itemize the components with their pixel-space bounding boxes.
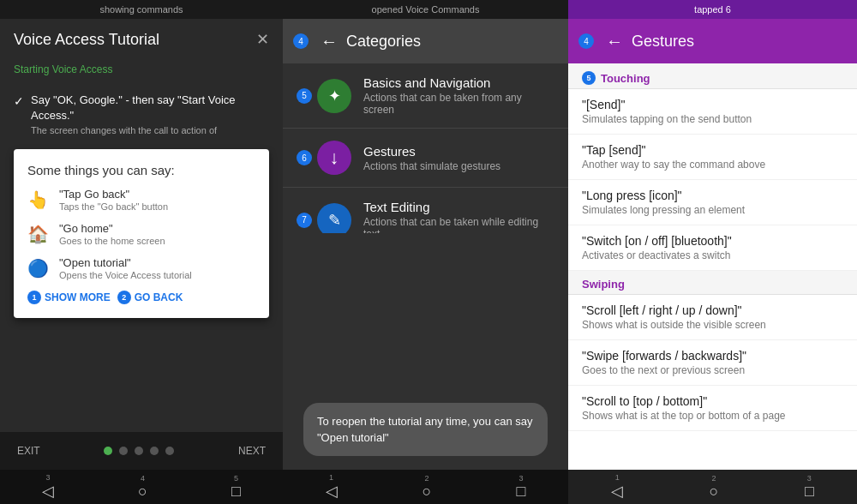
command-title-switch: "Switch [on / off] [bluetooth]" (582, 234, 843, 248)
category-gestures[interactable]: 6 ↓ Gestures Actions that simulate gestu… (283, 129, 568, 188)
basics-name: Basics and Navigation (363, 75, 554, 90)
step-5-badge: 5 (297, 88, 312, 104)
panel-categories: opened Voice Commands 4 ← Categories 5 ✦… (283, 0, 568, 504)
tutorial-header: Voice Access Tutorial ✕ (0, 19, 283, 60)
show-more-button[interactable]: 1 SHOW MORE (27, 291, 111, 304)
check-desc-1: The screen changes with the call to acti… (31, 125, 269, 135)
nav-bar-3: 1 ◁ 2 ○ 3 □ (568, 470, 857, 504)
basics-info: Basics and Navigation Actions that can b… (363, 75, 554, 116)
command-title-tap-send: "Tap [send]" (582, 143, 843, 157)
tutorial-icon: 🔵 (27, 258, 49, 279)
nav-back-2[interactable]: 1 ◁ (326, 473, 338, 501)
card-item-desc-2: Goes to the home screen (59, 236, 165, 246)
gestures-icon-wrap: ↓ (317, 141, 351, 175)
nav-recents-3[interactable]: 3 □ (805, 474, 814, 501)
category-basics[interactable]: 5 ✦ Basics and Navigation Actions that c… (283, 63, 568, 129)
command-desc-swipe: Goes to the next or previous screen (582, 364, 843, 376)
check-row-1: ✓ Say "OK, Google." - then say "Start Vo… (14, 93, 269, 135)
go-back-button[interactable]: 2 GO BACK (117, 291, 183, 304)
status-bar-3: tapped 6 (568, 0, 857, 19)
card-item-2: 🏠 "Go home" Goes to the home screen (27, 222, 255, 246)
tap-icon: 👆 (27, 189, 49, 210)
tutorial-title: Voice Access Tutorial (14, 31, 159, 49)
go-back-badge: 2 (117, 291, 131, 304)
card-item-label-2: "Go home" (59, 222, 165, 235)
tutorial-content: ✓ Say "OK, Google." - then say "Start Vo… (0, 82, 283, 432)
command-title-send: "[Send]" (582, 98, 843, 111)
recents-icon-2: □ (517, 483, 526, 501)
step-5-badge-p3: 5 (582, 71, 596, 85)
progress-dots (104, 447, 174, 455)
category-text-editing[interactable]: 7 ✎ Text Editing Actions that can be tak… (283, 188, 568, 233)
next-button[interactable]: NEXT (238, 445, 266, 457)
nav-home-3[interactable]: 2 ○ (710, 474, 719, 501)
nav-bar-1: 3 ◁ 4 ○ 5 □ (0, 470, 283, 504)
dot-2 (119, 447, 128, 455)
gestures-info: Gestures Actions that simulate gestures (363, 144, 500, 172)
exit-button[interactable]: EXIT (17, 445, 40, 457)
close-button[interactable]: ✕ (256, 30, 269, 49)
suggestions-card: Some things you can say: 👆 "Tap Go back"… (14, 149, 269, 318)
command-title-long-press: "Long press [icon]" (582, 189, 843, 202)
nav-back-1[interactable]: 3 ◁ (42, 473, 54, 501)
go-back-label: GO BACK (135, 291, 183, 303)
step-badge-header-2: 4 (293, 33, 309, 49)
panel-gestures: tapped 6 4 ← Gestures 5 Touching "[Send]… (568, 0, 857, 504)
gestures-desc: Actions that simulate gestures (363, 160, 500, 172)
nav-recents-1[interactable]: 5 □ (231, 474, 241, 501)
command-desc-tap-send: Another way to say the command above (582, 159, 843, 171)
command-send: "[Send]" Simulates tapping on the send b… (568, 89, 857, 135)
gestures-title: Gestures (632, 33, 694, 51)
gestures-header: 4 ← Gestures (568, 19, 857, 63)
home-nav-icon-3: ○ (710, 483, 719, 501)
nav-back-3[interactable]: 1 ◁ (611, 473, 623, 501)
chat-text-2: To reopen the tutorial any time, you can… (317, 415, 532, 444)
tutorial-subtitle: Starting Voice Access (0, 60, 283, 82)
spacer-2 (283, 233, 568, 403)
card-item-3: 🔵 "Open tutorial" Opens the Voice Access… (27, 256, 255, 280)
status-text-1: showing commands (99, 4, 183, 15)
card-item-desc-3: Opens the Voice Access tutorial (59, 270, 192, 280)
show-more-badge: 1 (27, 291, 41, 304)
status-text-3: tapped 6 (694, 4, 731, 15)
command-title-scroll-to: "Scroll to [top / bottom]" (582, 394, 843, 408)
back-arrow-2[interactable]: ← (321, 32, 338, 51)
basics-desc: Actions that can be taken from any scree… (363, 92, 554, 116)
basics-icon: ✦ (328, 87, 341, 105)
basics-icon-wrap: ✦ (317, 79, 351, 113)
categories-list: 5 ✦ Basics and Navigation Actions that c… (283, 63, 568, 233)
tutorial-bottom-bar: EXIT NEXT (0, 432, 283, 470)
command-desc-send: Simulates tapping on the send button (582, 113, 843, 125)
recents-icon-1: □ (231, 483, 241, 501)
check-icon-1: ✓ (14, 94, 24, 108)
show-more-label: SHOW MORE (45, 291, 111, 303)
command-desc-switch: Activates or deactivates a switch (582, 249, 843, 261)
section-touching: 5 Touching (568, 63, 857, 89)
touching-header-text: Touching (601, 72, 650, 85)
chat-bubble-2: To reopen the tutorial any time, you can… (303, 403, 548, 456)
home-nav-icon-2: ○ (423, 483, 432, 501)
dot-3 (135, 447, 143, 455)
command-title-scroll: "Scroll [left / right / up / down]" (582, 303, 843, 317)
dot-5 (165, 447, 174, 455)
categories-title: Categories (346, 33, 421, 51)
categories-header: 4 ← Categories (283, 19, 568, 63)
text-icon-wrap: ✎ (317, 203, 351, 233)
nav-recents-2[interactable]: 3 □ (517, 474, 526, 501)
nav-home-2[interactable]: 2 ○ (423, 474, 432, 501)
back-icon-3: ◁ (611, 482, 623, 501)
gestures-icon: ↓ (330, 147, 339, 169)
card-item-label-1: "Tap Go back" (59, 188, 168, 201)
back-arrow-3[interactable]: ← (606, 32, 623, 51)
command-desc-scroll-to: Shows what is at the top or bottom of a … (582, 410, 843, 422)
step-6-badge: 6 (297, 150, 312, 165)
command-scroll-to: "Scroll to [top / bottom]" Shows what is… (568, 386, 857, 431)
dot-4 (150, 447, 159, 455)
command-swipe: "Swipe [forwards / backwards]" Goes to t… (568, 340, 857, 386)
card-item-desc-1: Taps the "Go back" button (59, 201, 168, 212)
command-desc-long-press: Simulates long pressing an element (582, 204, 843, 216)
command-title-swipe: "Swipe [forwards / backwards]" (582, 349, 843, 363)
nav-home-1[interactable]: 4 ○ (138, 474, 147, 501)
card-item-label-3: "Open tutorial" (59, 256, 192, 269)
command-desc-scroll: Shows what is outside the visible screen (582, 319, 843, 331)
